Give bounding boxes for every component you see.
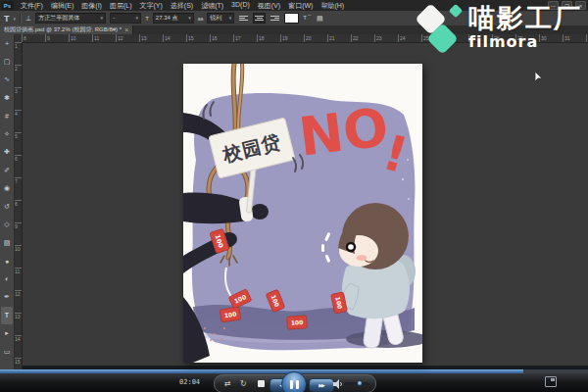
tool-type[interactable]: T — [1, 307, 13, 325]
align-right-button[interactable] — [270, 14, 280, 23]
align-center-button[interactable] — [253, 13, 266, 24]
tool-marquee[interactable]: ▢ — [1, 53, 13, 72]
player-control-bar: 02:04 ⇄ ↻ ◀◀ ▶▶ — [0, 373, 588, 392]
ruler-number: 1 — [14, 42, 22, 65]
divider — [20, 14, 22, 24]
tool-gradient[interactable]: ▨ — [1, 234, 13, 253]
ruler-number: 4 — [14, 110, 22, 132]
ruler-number: 14 — [14, 335, 22, 358]
ruler-number: 10 — [14, 245, 22, 268]
volume-icon[interactable] — [333, 379, 343, 389]
forward-button[interactable]: ▶▶ — [309, 378, 334, 392]
menu-item[interactable]: 文件(F) — [17, 1, 47, 11]
tools-panel: +▢∿✱#✧✚✐◉↺◇▨●◐✒T▸▭ — [0, 34, 15, 369]
menu-items: 文件(F)编辑(E)图像(I)图层(L)文字(Y)选择(S)滤镜(T)3D(D)… — [17, 1, 348, 11]
panels-toggle-icon[interactable]: ▤ — [317, 15, 323, 23]
volume-slider[interactable] — [345, 382, 368, 385]
ruler-number: 15 — [14, 358, 22, 369]
ruler-number: 5 — [14, 132, 22, 155]
fullscreen-button[interactable] — [545, 376, 557, 387]
pause-button[interactable] — [281, 371, 307, 392]
mouse-cursor — [534, 71, 544, 82]
player-controls: ⇄ ↻ ◀◀ ▶▶ — [214, 374, 376, 392]
ruler-number: 19 — [280, 34, 304, 42]
tool-quick-select[interactable]: ✱ — [1, 89, 13, 108]
menu-item[interactable]: 编辑(E) — [47, 1, 77, 11]
filmora-watermark: 喵影工厂 filmora — [412, 4, 582, 57]
tool-preset-arrow[interactable]: ▾ — [14, 16, 17, 22]
document-tab[interactable]: 校园贷插画.psd @ 37.2% (校园贷, RGB/8#) * × — [0, 25, 133, 34]
menu-item[interactable]: 文字(Y) — [135, 1, 166, 11]
ruler-number: 13 — [139, 34, 163, 42]
ruler-number: 18 — [257, 34, 280, 42]
svg-text:NO: NO — [296, 96, 392, 169]
font-family-select[interactable]: 方正兰亭圆简体▾ — [35, 13, 106, 24]
photoshop-logo: Ps — [1, 1, 14, 10]
menu-item[interactable]: 选择(S) — [167, 1, 197, 11]
ruler-number: 21 — [327, 34, 351, 42]
menu-item[interactable]: 视图(V) — [254, 1, 284, 11]
ruler-number: 10 — [69, 34, 92, 42]
ruler-number: 12 — [116, 34, 139, 42]
tool-path-select[interactable]: ▸ — [1, 324, 13, 343]
menu-item[interactable]: 窗口(W) — [284, 1, 317, 11]
tool-lasso[interactable]: ∿ — [1, 71, 13, 89]
ruler-number: 16 — [210, 34, 233, 42]
ruler-number: 20 — [304, 34, 327, 42]
tool-history-brush[interactable]: ↺ — [1, 198, 13, 217]
stop-button[interactable] — [258, 380, 265, 387]
tool-blur[interactable]: ● — [1, 252, 13, 270]
document-canvas[interactable]: 100 校园贷 NO ! 100 — [183, 64, 422, 363]
document-tab-title: 校园贷插画.psd @ 37.2% (校园贷, RGB/8#) * — [4, 25, 122, 34]
type-tool-icon[interactable]: T — [4, 14, 10, 24]
menu-item[interactable]: 帮助(H) — [317, 1, 348, 11]
tool-dodge[interactable]: ◐ — [1, 270, 13, 289]
tool-move[interactable]: + — [1, 34, 13, 53]
vertical-ruler: 123456789101112131415 — [14, 42, 23, 369]
ruler-number: 8 — [22, 34, 45, 42]
ruler-number: 6 — [14, 155, 22, 177]
ruler-number: 9 — [14, 222, 22, 245]
font-size-icon: T — [145, 16, 149, 22]
ruler-number: 15 — [186, 34, 210, 42]
menu-item[interactable]: 滤镜(T) — [197, 1, 227, 11]
ruler-number: 23 — [374, 34, 398, 42]
shuffle-icon[interactable]: ⇄ — [224, 379, 231, 388]
ruler-number: 2 — [14, 65, 22, 87]
tool-eraser[interactable]: ◇ — [1, 216, 13, 234]
tool-clone-stamp[interactable]: ◉ — [1, 179, 13, 198]
tool-healing-brush[interactable]: ✚ — [1, 143, 13, 162]
text-orientation-icon[interactable]: ⊥ — [25, 15, 31, 23]
repeat-icon[interactable]: ↻ — [240, 379, 247, 388]
anti-alias-icon: aa — [198, 16, 204, 22]
tool-pen[interactable]: ✒ — [1, 288, 13, 307]
text-color-swatch[interactable] — [284, 13, 299, 24]
video-frame: Ps 文件(F)编辑(E)图像(I)图层(L)文字(Y)选择(S)滤镜(T)3D… — [0, 0, 588, 392]
elapsed-time: 02:04 — [179, 378, 200, 386]
anti-alias-select[interactable]: 锐利▾ — [207, 13, 234, 24]
ruler-number: 13 — [14, 313, 22, 335]
tool-eyedropper[interactable]: ✧ — [1, 125, 13, 144]
align-left-button[interactable] — [238, 14, 249, 23]
menu-item[interactable]: 3D(D) — [227, 1, 254, 11]
money-bill: 100 — [287, 316, 308, 329]
tab-close-icon[interactable]: × — [124, 26, 128, 33]
font-style-select[interactable]: -▾ — [110, 13, 141, 24]
menu-item[interactable]: 图像(I) — [77, 1, 106, 11]
ruler-number: 11 — [14, 268, 22, 290]
menu-item[interactable]: 图层(L) — [106, 1, 136, 11]
ruler-number: 12 — [14, 290, 22, 313]
ruler-number: 17 — [233, 34, 257, 42]
ruler-number: 8 — [14, 200, 22, 222]
ruler-number: 14 — [163, 34, 186, 42]
font-size-select[interactable]: 27.34 点▾ — [153, 13, 194, 24]
tool-crop[interactable]: # — [1, 107, 13, 125]
ruler-number: 7 — [14, 177, 22, 200]
tool-brush[interactable]: ✐ — [1, 162, 13, 180]
warp-text-icon[interactable]: T⌒ — [303, 14, 313, 23]
money-bill: 100 — [220, 307, 241, 322]
volume-thumb[interactable] — [357, 380, 363, 386]
ruler-number: 22 — [351, 34, 374, 42]
ruler-number: 9 — [45, 34, 69, 42]
tool-shape[interactable]: ▭ — [1, 343, 13, 362]
